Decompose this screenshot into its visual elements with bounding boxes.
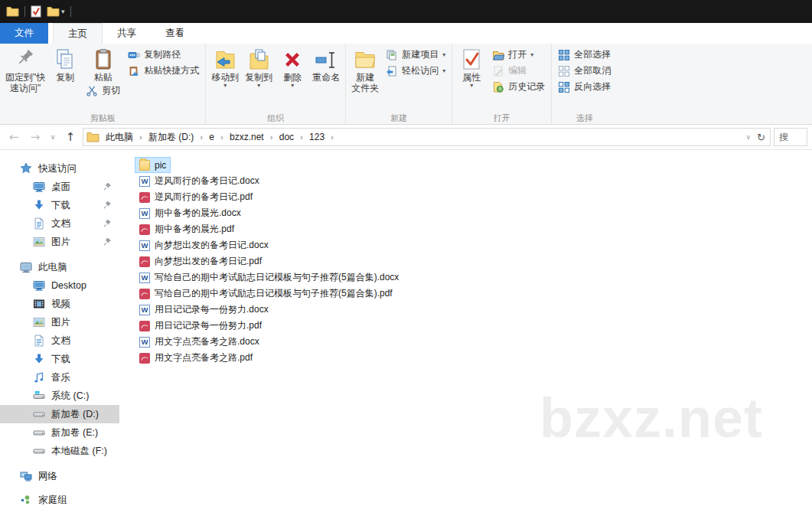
file-name: 用日记记录每一份努力.pdf [155,319,262,332]
group-label-select: 选择 [554,111,615,124]
sidebar-item-this-pc[interactable]: 此电脑 [0,258,119,276]
pin-to-quick-access-button[interactable]: 固定到"快 速访问" [2,45,48,93]
group-organize: 移动到 ▾ 复制到 ▾ 删除 ▾ 重命名 组织 [206,44,346,124]
picture-icon [33,316,45,328]
new-item-button[interactable]: 新建项目 ▾ [382,47,449,63]
document-icon [33,217,45,230]
tab-file[interactable]: 文件 [0,23,48,44]
file-row[interactable]: 逆风而行的备考日记.docx [135,173,264,189]
homegroup-icon [20,494,32,506]
sidebar-item-drive-f[interactable]: 本地磁盘 (F:) [0,442,119,460]
paste-shortcut-button[interactable]: 粘贴快捷方式 [124,63,203,79]
edit-button[interactable]: 编辑 [488,63,549,79]
sidebar-item-network[interactable]: 网络 [0,467,119,485]
qat-properties-icon[interactable] [31,5,41,18]
file-row[interactable]: 用文字点亮备考之路.docx [135,334,264,350]
pin-icon [103,237,112,246]
back-button[interactable]: ← [5,130,23,144]
tab-home[interactable]: 主页 [53,23,103,44]
file-row[interactable]: 逆风而行的备考日记.pdf [135,189,257,205]
qat-dropdown-icon[interactable]: ▾ [61,8,65,15]
dropdown-arrow-icon: ▾ [291,83,294,89]
sidebar-item-videos[interactable]: 视频 [0,295,119,313]
qat-new-folder-icon[interactable]: ▾ [47,6,65,17]
group-clipboard: 固定到"快 速访问" 复制 粘贴 剪切 [0,44,206,124]
forward-button[interactable]: → [26,130,44,144]
sidebar-item-downloads-pc[interactable]: 下载 [0,350,119,368]
breadcrumb[interactable]: 此电脑› 新加卷 (D:)› e› bzxz.net› doc› 123› ∨ … [83,128,771,146]
file-type-icon [139,289,150,299]
sidebar-item-drive-d[interactable]: 新加卷 (D:) [0,405,119,423]
sidebar-item-pictures[interactable]: 图片 [0,233,119,251]
history-button[interactable]: 历史记录 [488,79,549,95]
file-type-icon [139,353,150,364]
file-list: pic 逆风而行的备考日记.docx 逆风而行的备考日记.pdf [119,150,812,506]
file-row[interactable]: 向梦想出发的备考日记.pdf [135,253,266,269]
sidebar-item-drive-c[interactable]: 系统 (C:) [0,387,119,405]
move-to-button[interactable]: 移动到 ▾ [208,45,242,89]
refresh-icon[interactable]: ↻ [757,132,765,143]
qat-folder-icon[interactable] [6,6,19,17]
group-label-new: 新建 [348,111,449,124]
file-row[interactable]: 期中备考的晨光.pdf [135,221,239,237]
file-row[interactable]: 写给自己的期中考试励志日记模板与句子推荐(5篇合集).pdf [135,286,397,302]
invert-selection-icon [558,81,570,93]
tab-share[interactable]: 共享 [103,23,151,44]
file-type-icon [139,305,150,315]
breadcrumb-item[interactable]: 新加卷 (D:)› [144,129,203,145]
open-button[interactable]: 打开 ▾ [488,47,549,63]
invert-selection-button[interactable]: 反向选择 [554,79,615,95]
file-row[interactable]: 期中备考的晨光.docx [135,205,246,221]
sidebar-item-music[interactable]: 音乐 [0,368,119,387]
up-button[interactable]: ↑ [61,130,80,144]
file-row[interactable]: 用日记记录每一份努力.docx [135,302,273,318]
easy-access-button[interactable]: 轻松访问 ▾ [382,63,449,79]
breadcrumb-item[interactable]: bzxz.net› [225,130,273,144]
dropdown-arrow-icon: ▾ [257,83,260,89]
file-name: 用文字点亮备考之路.docx [155,335,259,348]
copy-to-button[interactable]: 复制到 ▾ [242,45,276,89]
select-none-button[interactable]: 全部取消 [554,63,615,79]
sidebar-item-drive-e[interactable]: 新加卷 (E:) [0,423,119,442]
file-type-icon [139,192,150,203]
cut-button[interactable]: 剪切 [82,83,124,99]
new-folder-button[interactable]: 新建 文件夹 [348,45,382,93]
rename-button[interactable]: 重命名 [309,45,343,83]
copy-path-button[interactable]: 复制路径 [124,47,203,63]
properties-button[interactable]: 属性 ▾ [455,45,488,89]
file-type-icon [139,176,150,187]
delete-button[interactable]: 删除 ▾ [276,45,309,89]
sidebar-item-homegroup[interactable]: 家庭组 [0,491,119,506]
sidebar-item-desktop[interactable]: 桌面 [0,178,119,196]
copy-path-icon [128,49,140,61]
sidebar-item-downloads[interactable]: 下载 [0,196,119,214]
sidebar-item-documents-pc[interactable]: 文档 [0,331,119,350]
copy-button[interactable]: 复制 [48,45,82,83]
easy-access-icon [386,65,398,77]
sidebar-item-documents[interactable]: 文档 [0,214,119,233]
breadcrumb-item[interactable]: e› [204,130,223,144]
history-icon [492,81,504,93]
file-row[interactable]: 用日记记录每一份努力.pdf [135,318,266,334]
folder-row-pic[interactable]: pic [135,157,171,173]
breadcrumb-item[interactable]: 123› [305,130,334,144]
sidebar-item-quick-access[interactable]: 快速访问 [0,159,119,178]
file-row[interactable]: 用文字点亮备考之路.pdf [135,350,257,366]
file-name: 期中备考的晨光.docx [155,207,241,220]
sidebar-item-desktop-pc[interactable]: Desktop [0,276,119,295]
recent-locations-icon[interactable]: ∨ [47,133,58,141]
file-name: 逆风而行的备考日记.pdf [155,191,253,204]
monitor-icon [33,279,45,292]
search-input[interactable]: 搜 [774,128,807,146]
address-bar: ← → ∨ ↑ 此电脑› 新加卷 (D:)› e› bzxz.net› doc›… [0,125,812,150]
file-row[interactable]: 写给自己的期中考试励志日记模板与句子推荐(5篇合集).docx [135,269,403,286]
breadcrumb-item[interactable]: 此电脑› [101,129,142,145]
select-all-button[interactable]: 全部选择 [554,47,615,63]
address-dropdown-icon[interactable]: ∨ [746,133,752,141]
tab-view[interactable]: 查看 [151,23,199,44]
scissors-icon [86,85,98,97]
breadcrumb-item[interactable]: doc› [275,130,303,144]
paste-button[interactable]: 粘贴 [82,45,124,83]
file-row[interactable]: 向梦想出发的备考日记.docx [135,237,273,253]
sidebar-item-pictures-pc[interactable]: 图片 [0,313,119,331]
